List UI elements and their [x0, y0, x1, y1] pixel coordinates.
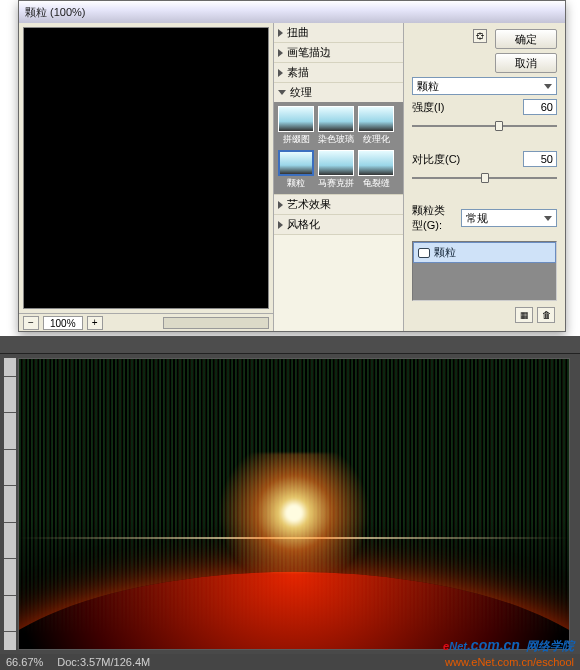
- chevron-down-icon: [544, 216, 552, 221]
- filter-select[interactable]: 颗粒: [412, 77, 557, 95]
- status-docinfo: Doc:3.57M/126.4M: [57, 656, 150, 668]
- collapse-toggle[interactable]: ⯐: [473, 29, 487, 43]
- intensity-label: 强度(I): [412, 100, 517, 115]
- grain-type-value: 常规: [466, 211, 488, 226]
- preview-scrollbar[interactable]: [163, 317, 269, 329]
- chevron-right-icon: [278, 49, 283, 57]
- contrast-label: 对比度(C): [412, 152, 517, 167]
- zoom-in-button[interactable]: +: [87, 316, 103, 330]
- zoom-value[interactable]: 100%: [43, 316, 83, 330]
- dialog-titlebar[interactable]: 颗粒 (100%): [19, 1, 565, 23]
- grain-type-select[interactable]: 常规: [461, 209, 557, 227]
- thumb-texturizer[interactable]: 纹理化: [358, 106, 394, 146]
- chevron-right-icon: [278, 29, 283, 37]
- filter-gallery-dialog: 颗粒 (100%) − 100% + 扭曲 画笔描边: [18, 0, 566, 332]
- dialog-title: 颗粒 (100%): [25, 5, 86, 20]
- zoom-out-button[interactable]: −: [23, 316, 39, 330]
- category-label: 艺术效果: [287, 197, 331, 212]
- new-effect-button[interactable]: ▦: [515, 307, 533, 323]
- stack-item-grain[interactable]: 颗粒: [413, 242, 556, 263]
- category-label: 扭曲: [287, 25, 309, 40]
- chevron-right-icon: [278, 201, 283, 209]
- zoom-bar: − 100% +: [19, 313, 273, 331]
- vertical-ruler: [4, 358, 16, 650]
- artwork-sun-glow: [184, 453, 404, 573]
- category-stylize[interactable]: 风格化: [274, 215, 403, 235]
- controls-pane: ⯐ 确定 取消 颗粒 强度(I) 60 对比度(C) 50: [404, 23, 565, 331]
- thumb-stained-glass[interactable]: 染色玻璃: [318, 106, 354, 146]
- contrast-row: 对比度(C) 50: [412, 151, 557, 167]
- delete-effect-button[interactable]: 🗑: [537, 307, 555, 323]
- ok-button[interactable]: 确定: [495, 29, 557, 49]
- grain-type-label: 颗粒类型(G):: [412, 203, 455, 233]
- dialog-body: − 100% + 扭曲 画笔描边 素描 纹理: [19, 23, 565, 331]
- document-window: 66.67% Doc:3.57M/126.4M: [0, 336, 580, 670]
- watermark: eNet.com.cn 网络学院 www.eNet.com.cn/eschool: [443, 630, 574, 668]
- stack-item-label: 颗粒: [434, 245, 456, 260]
- watermark-brand: eNet.com.cn 网络学院: [443, 630, 574, 656]
- intensity-value[interactable]: 60: [523, 99, 557, 115]
- category-label: 风格化: [287, 217, 320, 232]
- filter-tree: 扭曲 画笔描边 素描 纹理 拼缀图 染色玻璃 纹理化 颗粒 马赛克拼贴 龟裂缝: [274, 23, 404, 331]
- thumb-mosaic-tiles[interactable]: 马赛克拼贴: [318, 150, 354, 190]
- category-label: 画笔描边: [287, 45, 331, 60]
- thumb-patchwork[interactable]: 拼缀图: [278, 106, 314, 146]
- contrast-value[interactable]: 50: [523, 151, 557, 167]
- category-label: 纹理: [290, 85, 312, 100]
- grain-type-row: 颗粒类型(G): 常规: [412, 203, 557, 233]
- grain-noise-preview: [24, 28, 268, 308]
- filter-preview[interactable]: [23, 27, 269, 309]
- chevron-down-icon: [544, 84, 552, 89]
- category-distort[interactable]: 扭曲: [274, 23, 403, 43]
- chevron-down-icon: [278, 90, 286, 95]
- chevron-right-icon: [278, 221, 283, 229]
- thumb-grain[interactable]: 颗粒: [278, 150, 314, 190]
- intensity-slider[interactable]: [412, 119, 557, 147]
- visibility-icon[interactable]: [418, 248, 430, 258]
- cancel-button[interactable]: 取消: [495, 53, 557, 73]
- intensity-row: 强度(I) 60: [412, 99, 557, 115]
- category-sketch[interactable]: 素描: [274, 63, 403, 83]
- filter-select-value: 颗粒: [417, 79, 439, 94]
- texture-thumbs: 拼缀图 染色玻璃 纹理化 颗粒 马赛克拼贴 龟裂缝: [274, 102, 403, 194]
- status-zoom[interactable]: 66.67%: [6, 656, 43, 668]
- category-texture[interactable]: 纹理 拼缀图 染色玻璃 纹理化 颗粒 马赛克拼贴 龟裂缝: [274, 83, 403, 195]
- thumb-craquelure[interactable]: 龟裂缝: [358, 150, 394, 190]
- preview-pane: − 100% +: [19, 23, 274, 331]
- document-titlebar[interactable]: [0, 336, 580, 354]
- contrast-slider[interactable]: [412, 171, 557, 199]
- category-artistic[interactable]: 艺术效果: [274, 195, 403, 215]
- chevron-right-icon: [278, 69, 283, 77]
- canvas[interactable]: [18, 358, 570, 650]
- effect-stack: 颗粒: [412, 241, 557, 301]
- category-brush[interactable]: 画笔描边: [274, 43, 403, 63]
- category-label: 素描: [287, 65, 309, 80]
- watermark-url: www.eNet.com.cn/eschool: [443, 656, 574, 668]
